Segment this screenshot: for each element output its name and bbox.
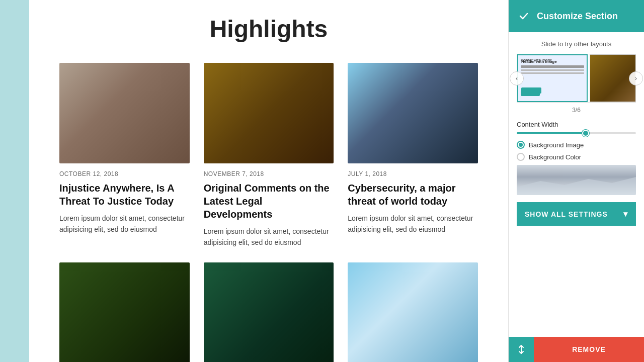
card-6 bbox=[348, 262, 478, 362]
content-width-slider[interactable] bbox=[517, 132, 636, 134]
layout-slider: ‹ Header with Image bbox=[517, 54, 636, 103]
card-title-3: Cybersecurity, a major threat of world t… bbox=[348, 182, 478, 208]
card-image-3 bbox=[348, 63, 478, 163]
page-title: Highlights bbox=[59, 0, 478, 63]
card-5 bbox=[204, 262, 334, 362]
content-width-label: Content Width bbox=[517, 121, 636, 128]
sidebar-header: Customize Section bbox=[509, 0, 644, 32]
card-date-2: NOVEMBER 7, 2018 bbox=[204, 170, 334, 177]
card-body-3: Lorem ipsum dolor sit amet, consectetur … bbox=[348, 213, 478, 235]
range-slider-thumb bbox=[582, 130, 589, 137]
card-date-1: OCTOBER 12, 2018 bbox=[59, 170, 190, 177]
card-image-1 bbox=[59, 63, 190, 163]
card-body-1: Lorem ipsum dolor sit amet, consectetur … bbox=[59, 213, 190, 235]
show-all-settings-button[interactable]: SHOW ALL SETTINGS ▾ bbox=[517, 202, 636, 226]
card-date-3: JULY 1, 2018 bbox=[348, 170, 478, 177]
remove-button[interactable]: REMOVE bbox=[534, 337, 644, 362]
card-4 bbox=[59, 262, 190, 362]
card-title-2: Original Comments on the Latest Legal De… bbox=[204, 182, 334, 221]
slide-hint: Slide to try other layouts bbox=[517, 40, 636, 48]
card-2: NOVEMBER 7, 2018 Original Comments on th… bbox=[204, 63, 334, 248]
background-image-option[interactable]: Background Image bbox=[517, 141, 636, 149]
prev-layout-button[interactable]: ‹ bbox=[510, 71, 524, 85]
layout-counter: 3/6 bbox=[517, 107, 636, 114]
card-image-6 bbox=[348, 262, 478, 362]
chevron-down-icon: ▾ bbox=[623, 209, 628, 219]
show-all-settings-label: SHOW ALL SETTINGS bbox=[525, 210, 608, 218]
card-title-1: Injustice Anywhere, Is A Threat To Justi… bbox=[59, 182, 190, 208]
layout-preview-container: Header with Image bbox=[517, 54, 636, 103]
left-strip bbox=[0, 0, 29, 362]
check-icon[interactable] bbox=[517, 9, 531, 23]
background-image-radio[interactable] bbox=[517, 141, 525, 149]
card-image-5 bbox=[204, 262, 334, 362]
background-color-radio[interactable] bbox=[517, 153, 525, 161]
bg-preview-shape bbox=[517, 175, 636, 195]
card-body-2: Lorem ipsum dolor sit amet, consectetur … bbox=[204, 226, 334, 248]
card-1: OCTOBER 12, 2018 Injustice Anywhere, Is … bbox=[59, 63, 190, 248]
card-grid-row1: OCTOBER 12, 2018 Injustice Anywhere, Is … bbox=[59, 63, 478, 248]
next-layout-button[interactable]: › bbox=[629, 71, 643, 85]
background-image-label: Background Image bbox=[529, 141, 584, 149]
background-image-preview bbox=[517, 165, 636, 195]
card-image-2 bbox=[204, 63, 334, 163]
layout-preview: Header with Image bbox=[517, 54, 635, 102]
sidebar: Customize Section Slide to try other lay… bbox=[508, 0, 644, 362]
transfer-icon-button[interactable] bbox=[509, 337, 534, 362]
card-3: JULY 1, 2018 Cybersecurity, a major thre… bbox=[348, 63, 478, 248]
background-color-option[interactable]: Background Color bbox=[517, 153, 636, 161]
card-grid-row2 bbox=[59, 262, 478, 362]
card-image-4 bbox=[59, 262, 190, 362]
main-content: Highlights OCTOBER 12, 2018 Injustice An… bbox=[29, 0, 508, 362]
layout-thumb-1[interactable]: Header with Image bbox=[517, 54, 588, 102]
sidebar-header-title: Customize Section bbox=[537, 11, 618, 22]
sidebar-body: Slide to try other layouts ‹ Header with… bbox=[509, 32, 644, 337]
bottom-bar: REMOVE bbox=[509, 337, 644, 362]
background-color-label: Background Color bbox=[529, 153, 581, 161]
range-slider-track bbox=[517, 132, 636, 134]
